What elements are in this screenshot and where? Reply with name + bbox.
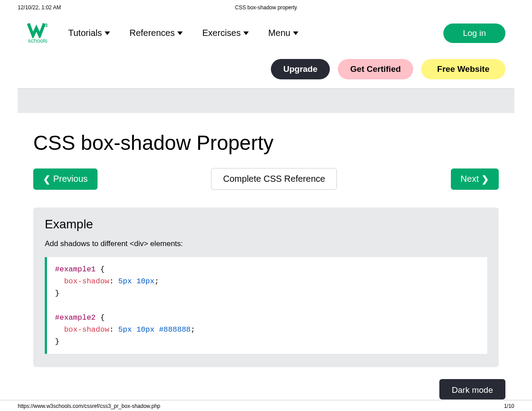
svg-text:3: 3 (45, 23, 48, 28)
print-timestamp: 12/10/22, 1:02 AM (18, 4, 61, 11)
footer-divider (0, 400, 532, 400)
nav-exercises[interactable]: Exercises (202, 28, 249, 38)
prev-next-row: ❮ Previous Complete CSS Reference Next ❯ (33, 168, 499, 190)
free-website-button[interactable]: Free Website (421, 59, 505, 79)
nav-exercises-label: Exercises (202, 28, 241, 38)
caret-down-icon (293, 31, 298, 35)
print-page-number: 1/10 (504, 403, 514, 409)
w3schools-logo[interactable]: 3 schools (27, 22, 49, 44)
code-value: 5px 10px #888888 (118, 325, 191, 334)
topbar: 3 schools Tutorials References Exercises… (0, 13, 532, 48)
code-value: 5px 10px (118, 277, 155, 286)
code-selector: #example1 (55, 265, 96, 274)
print-doc-title: CSS box-shadow property (235, 4, 297, 11)
code-selector: #example2 (55, 313, 96, 322)
upgrade-button[interactable]: Upgrade (271, 59, 330, 79)
chevron-right-icon: ❯ (481, 174, 489, 184)
nav-references[interactable]: References (129, 28, 183, 38)
login-button[interactable]: Log in (443, 23, 505, 43)
previous-label: Previous (53, 174, 88, 184)
get-certified-button[interactable]: Get Certified (338, 59, 413, 79)
page-title: CSS box-shadow Property (33, 131, 499, 155)
caret-down-icon (243, 31, 249, 35)
next-button[interactable]: Next ❯ (451, 168, 499, 190)
previous-button[interactable]: ❮ Previous (33, 168, 98, 190)
logo-text: schools (28, 37, 47, 44)
complete-css-reference-button[interactable]: Complete CSS Reference (211, 168, 337, 190)
example-heading: Example (45, 217, 487, 231)
w3-logo-icon: 3 (27, 22, 49, 38)
nav-tutorials[interactable]: Tutorials (68, 28, 110, 38)
chevron-left-icon: ❮ (43, 174, 51, 184)
dark-mode-toggle[interactable]: Dark mode (439, 379, 505, 399)
print-url: https://www.w3schools.com/cssref/css3_pr… (18, 403, 160, 409)
example-description: Add shadows to different <div> elements: (45, 239, 487, 248)
code-block: #example1 { box-shadow: 5px 10px; } #exa… (45, 257, 487, 354)
nav-menu[interactable]: Menu (268, 28, 298, 38)
nav-menu-label: Menu (268, 28, 290, 38)
caret-down-icon (177, 31, 183, 35)
example-box: Example Add shadows to different <div> e… (33, 207, 499, 367)
gray-banner-strip (18, 88, 514, 113)
code-property: box-shadow (64, 277, 109, 286)
nav-references-label: References (129, 28, 175, 38)
subbar: Upgrade Get Certified Free Website (0, 48, 532, 88)
nav-tutorials-label: Tutorials (68, 28, 102, 38)
caret-down-icon (105, 31, 110, 35)
code-property: box-shadow (64, 325, 109, 334)
next-label: Next (461, 174, 479, 184)
